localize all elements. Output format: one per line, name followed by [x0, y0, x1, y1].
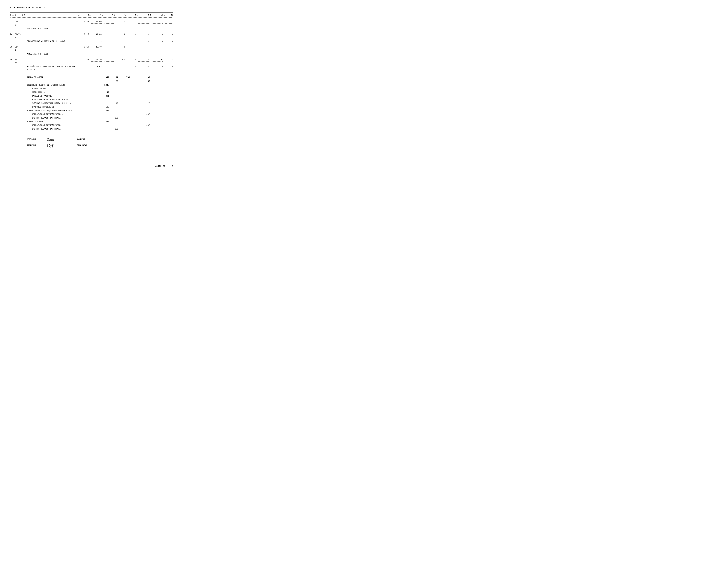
row-col4: 0.34 — [80, 20, 89, 23]
checked-row: ПРОВЕРИЛ Збуf ЕРМОЛОВИЧ — [27, 143, 173, 148]
summary-section: ИТОГО ПО СМЕТЕ 1342 42 761 288 25 36 СТО… — [10, 76, 173, 131]
total-col11: 288 — [142, 76, 150, 79]
col-header-11: 11 — [165, 14, 173, 16]
col-header-8: 8 — [127, 14, 136, 16]
col-header-4: 4 — [80, 14, 89, 16]
col-header-9: 9 — [138, 14, 149, 16]
row-num: 26. — [10, 58, 15, 61]
total-row: ИТОГО ПО СМЕТЕ 1342 42 761 288 — [10, 76, 173, 79]
col-sep-6: I — [125, 14, 127, 16]
total-col9: 761 — [118, 76, 130, 79]
row-col5: 24.50 — [91, 20, 102, 24]
table-row: 23. С147-8 0.34 24.50 - 8 - - - - — [10, 20, 173, 27]
col-sep-2: I — [78, 14, 80, 16]
total-label: ИТОГО ПО СМЕТЕ — [10, 76, 100, 79]
total-col7: 1342 — [100, 76, 109, 79]
signature-section: СОСТАВИЛ Окш ОКУНЕВА ПРОВЕРИЛ Збуf ЕРМОЛ… — [10, 137, 173, 148]
table-row-desc: УСТРОЙСТВО СТЯЖКИ ПО ДНУ КАНАЛА ИЗ БЕТОН… — [10, 65, 173, 72]
col-sep-9: I — [163, 14, 165, 16]
checked-signature: Збуf — [47, 143, 73, 148]
footer-page: 8 — [172, 165, 173, 167]
composed-label: СОСТАВИЛ — [27, 138, 43, 141]
footer: 400А9-09 8 — [10, 165, 173, 167]
row-col11: - — [165, 20, 173, 24]
table-row-desc: АРМАТУРА А-1 ,100КГ - - - - - — [10, 52, 173, 56]
col-header-1: 1 I — [10, 14, 15, 16]
table-row-desc: ПРОВОЛОЧНАЯ АРМАТУРА ВР-1 ,100КГ - - - -… — [10, 40, 173, 43]
composed-name: ОКУНЕВА — [77, 138, 85, 141]
summary-line-wage-nr: СМЕТНАЯ ЗАРАБОТНАЯ ПЛАТА В Н.Р. - 40 20 — [10, 102, 173, 105]
summary-line-norm-labor: НОРМАТИВНАЯ ТРУДОЁМКОСТЬ В Н.Р. - — [10, 98, 173, 102]
summary-line-overhead: НАКЛАДНЫЕ РАСХОДЫ - 221 — [10, 94, 173, 98]
checked-label: ПРОВЕРИЛ — [27, 144, 43, 147]
header-left: Т. П. 503-6-15.95 АЛ. 9 КН. 1 — [10, 7, 45, 9]
row-num: 24. — [10, 33, 15, 36]
summary-line-planned: ПЛАНОВЫЕ НАКОПЛЕНИЯ - 125 — [10, 105, 173, 109]
summary-line-norm-labor2: НОРМАТИВНАЯ ТРУДОЁМКОСТЬ - 346 — [10, 113, 173, 116]
row-code: С147-8 — [15, 20, 21, 27]
footer-doc-id: 400А9-09 — [155, 165, 165, 167]
total-col8: 42 — [109, 76, 118, 79]
column-headers: 1 I 2 I 3 I 4 I 5 I 6 I 7 I 8 I 9 I 10 I… — [10, 13, 173, 17]
col-header-3: 3 — [23, 14, 78, 16]
row-col8: - — [127, 20, 136, 23]
dot-decoration: . — [10, 149, 173, 152]
summary-line-intome: В ТОМ ЧИСЛЕ: — [10, 87, 173, 91]
col-header-2: 2 — [15, 14, 21, 16]
col-sep-1: I — [21, 14, 23, 16]
row-desc-text: АРМАТУРА А-3 ,100КГ — [23, 27, 78, 30]
col-sep-8: I — [149, 14, 152, 16]
col-sep-7: I — [136, 14, 138, 16]
row-num: 25. — [10, 45, 15, 49]
checked-name: ЕРМОЛОВИЧ — [77, 144, 87, 147]
col-header-5: 5 — [91, 14, 102, 16]
summary-line-total-general: ВСЕГО,СТОИМОСТЬ ОБЩЕСТРОИТЕЛЬНЫХ РАБОТ -… — [10, 109, 173, 113]
summary-line-wage2: СМЕТНАЯ ЗАРАБОТНАЯ ПЛАТА - 109 — [10, 116, 173, 120]
table-row: 24. С147-16 0.15 31.60 - 5 - - - - — [10, 33, 173, 40]
header-center: - 7 - — [106, 7, 112, 9]
row-code: Е11-11 — [15, 58, 21, 64]
composed-row: СОСТАВИЛ Окш ОКУНЕВА — [27, 137, 173, 142]
row-code: С147-1 — [15, 45, 21, 52]
col-sep-3: I — [89, 14, 91, 16]
total-sub-row: 25 36 — [10, 79, 173, 83]
summary-line-1: СТОИМОСТЬ ОБЩЕСТРОИТЕЛЬНЫХ РАБОТ - 1340 — [10, 83, 173, 87]
row-col7: 8 — [116, 20, 125, 23]
row-col6: - — [104, 20, 113, 24]
col-header-7: 7 — [116, 14, 125, 16]
composed-signature: Окш — [47, 137, 73, 142]
table-row: 26. Е11-11 1.48 29.30 - 43 2 - 2.90 4 — [10, 58, 173, 65]
row-num: 23. — [10, 20, 15, 23]
main-table: 1 I 2 I 3 I 4 I 5 I 6 I 7 I 8 I 9 I 10 I… — [10, 12, 173, 132]
table-row: 25. С147-1 0.10 22.40 - 2 - - - - — [10, 45, 173, 52]
col-header-10: 10 — [152, 14, 163, 16]
summary-line-materials: МАТЕРИАЛЫ - 49 — [10, 91, 173, 94]
col-header-6: 6 — [104, 14, 113, 16]
summary-line-allsmete: ВСЕГО ПО СМЕТЕ 1686 — [10, 120, 173, 124]
col-sep-5: I — [113, 14, 116, 16]
summary-line-norm-labor3: НОРМАТИВНАЯ ТРУДОЁМКОСТЬ 346 — [10, 124, 173, 127]
row-col10: - — [152, 20, 163, 24]
table-row-desc: АРМАТУРА А-3 ,100КГ - - - - - — [10, 27, 173, 31]
row-col9: - — [138, 20, 149, 24]
total-col11-sub: 36 — [142, 80, 150, 83]
summary-line-wage3: СМЕТНАЯ ЗАРАБОТНАЯ ПЛАТА 109 — [10, 127, 173, 131]
col-sep-4: I — [102, 14, 104, 16]
total-col8-sub: 25 — [109, 80, 118, 83]
row-code: С147-16 — [15, 33, 21, 39]
